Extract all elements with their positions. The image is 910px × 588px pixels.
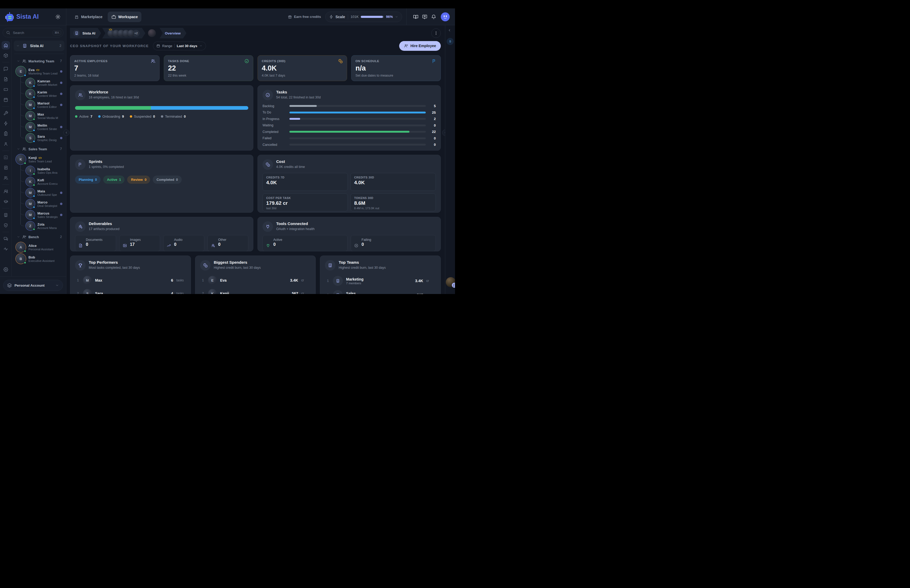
notifications-button[interactable] bbox=[429, 12, 438, 21]
avatar: M bbox=[83, 276, 92, 285]
rail-conversations-button[interactable] bbox=[2, 234, 10, 243]
hire-employee-button[interactable]: Hire Employee bbox=[399, 41, 441, 51]
rail-teams-button[interactable] bbox=[2, 174, 10, 182]
rail-chat-button[interactable] bbox=[2, 65, 10, 73]
sprint-pills: Planning0Active1Review0Completed0 bbox=[75, 176, 248, 184]
rail-automations-button[interactable] bbox=[2, 119, 10, 128]
main-content: Sista AI +2 Overview CEO SNAPSHOT OF YOU… bbox=[66, 25, 445, 294]
more-options-button[interactable] bbox=[431, 28, 441, 38]
deliverable-cell-images: Images17 bbox=[119, 235, 160, 251]
stat-sub: 4.0K last 7 days bbox=[262, 74, 343, 78]
right-rail: 9 bbox=[445, 25, 455, 294]
task-status-row: Completed22 bbox=[262, 130, 436, 134]
workforce-title: Workforce bbox=[89, 90, 139, 95]
stat-label: CREDITS (30D) bbox=[262, 60, 285, 63]
feedback-button[interactable] bbox=[420, 12, 429, 21]
right-rail-collapse-button[interactable] bbox=[448, 28, 451, 33]
briefcase-icon bbox=[112, 15, 116, 19]
user-avatar[interactable] bbox=[441, 12, 450, 21]
breadcrumb-org[interactable]: Sista AI bbox=[70, 28, 101, 39]
stat-card-tasks-done[interactable]: TASKS DONE 22 22 this week bbox=[164, 55, 253, 81]
activity-icon bbox=[3, 247, 8, 251]
theme-toggle-button[interactable] bbox=[53, 12, 62, 21]
leaderboard-row[interactable]: 1Marketing7 members3.4Kcr bbox=[325, 275, 436, 287]
team-header-marketing-team[interactable]: Marketing Team7 bbox=[14, 57, 65, 66]
team-header-bench[interactable]: Bench2 bbox=[14, 233, 65, 241]
wrench-icon bbox=[3, 111, 8, 116]
member-row-zola[interactable]: ZZolaAccount Mana bbox=[14, 220, 65, 231]
search-box[interactable]: ⌘K bbox=[3, 28, 63, 37]
plug-icon bbox=[262, 221, 273, 232]
stat-value: 4.0K bbox=[262, 65, 343, 73]
task-status-row: Cancelled0 bbox=[262, 143, 436, 147]
search-icon bbox=[6, 31, 10, 35]
rail-tools-button[interactable] bbox=[2, 109, 10, 117]
rail-activity-button[interactable] bbox=[2, 245, 10, 253]
building-icon bbox=[333, 290, 343, 294]
org-row-sista-ai[interactable]: Sista AI 2 bbox=[14, 40, 65, 51]
stat-label: TASKS DONE bbox=[168, 60, 189, 63]
leaderboard-row[interactable]: 1EEva3.4Kcr bbox=[200, 275, 311, 286]
member-row-bob[interactable]: BBobExecutive Assistant bbox=[14, 253, 65, 265]
rail-calendar-button[interactable] bbox=[2, 95, 10, 104]
app-logo[interactable]: Sista AI bbox=[5, 12, 39, 22]
breadcrumb-team-avatars[interactable]: +2 bbox=[102, 28, 145, 39]
sprint-pill-review: Review0 bbox=[127, 176, 150, 184]
member-row-sara[interactable]: SSaraGraphic Desig bbox=[14, 132, 65, 144]
leaderboard-row[interactable]: 2KKenji567cr bbox=[200, 288, 311, 294]
scale-control[interactable]: Scale 101K 96% bbox=[325, 11, 402, 22]
team-header-sales-team[interactable]: Sales Team7 bbox=[14, 144, 65, 153]
rail-training-button[interactable] bbox=[2, 197, 10, 206]
trophy-icon bbox=[75, 260, 86, 271]
personal-account-switcher[interactable]: Personal Account bbox=[3, 280, 63, 291]
top-navbar: Sista AI Marketplace Workspace Earn free… bbox=[0, 8, 455, 25]
scale-progress-fill bbox=[361, 16, 383, 18]
coins-icon bbox=[338, 59, 343, 63]
bag-icon bbox=[74, 15, 79, 19]
tab-workspace[interactable]: Workspace bbox=[108, 11, 141, 22]
rail-tasks-button[interactable] bbox=[2, 129, 10, 138]
earn-credits-button[interactable]: Earn free credits bbox=[288, 15, 321, 19]
org-tree: Sista AI 2 Marketing Team7EEvaMarketing … bbox=[11, 39, 66, 276]
assistant-avatar[interactable] bbox=[446, 277, 455, 287]
leaderboard-row[interactable]: 2SSara4tasks bbox=[75, 288, 186, 294]
docs-button[interactable] bbox=[411, 12, 420, 21]
stat-card-active-employees[interactable]: ACTIVE EMPLOYEES 7 2 teams, 16 total bbox=[70, 55, 160, 81]
leaderboard-row[interactable]: 1MMax6tasks bbox=[75, 275, 186, 286]
rail-documents-button[interactable] bbox=[2, 75, 10, 84]
avatar: M bbox=[26, 123, 35, 131]
rail-home-button[interactable] bbox=[2, 41, 10, 50]
status-indicator-dot bbox=[60, 82, 62, 84]
rail-organization-button[interactable] bbox=[2, 211, 10, 219]
breadcrumb: Sista AI +2 Overview bbox=[70, 27, 441, 39]
breadcrumb-employee-avatar[interactable] bbox=[148, 29, 156, 37]
rail-security-button[interactable] bbox=[2, 221, 10, 229]
date-range-selector[interactable]: Range Last 30 days bbox=[153, 42, 206, 50]
rail-packages-button[interactable] bbox=[2, 51, 10, 60]
stat-card-credits-30d[interactable]: CREDITS (30D) 4.0K 4.0K last 7 days bbox=[257, 55, 347, 81]
rail-people-button[interactable] bbox=[2, 187, 10, 195]
rail-profile-button[interactable] bbox=[2, 140, 10, 148]
status-indicator-dot bbox=[60, 93, 62, 95]
search-input[interactable] bbox=[12, 31, 50, 35]
tab-workspace-label: Workspace bbox=[118, 15, 138, 19]
leaderboard-row[interactable]: 2Sales7 members567cr bbox=[325, 289, 436, 294]
rail-logs-button[interactable] bbox=[2, 163, 10, 172]
leaderboard-subtitle: Highest credit burn, last 30 days bbox=[339, 266, 386, 270]
crown-icon bbox=[36, 68, 39, 72]
breadcrumb-page-overview[interactable]: Overview bbox=[160, 28, 186, 39]
stat-sub: 22 this week bbox=[168, 74, 249, 78]
stat-value: 22 bbox=[168, 65, 249, 73]
chevron-down-icon bbox=[395, 15, 398, 18]
chevron-down-icon bbox=[17, 147, 20, 150]
rail-analytics-button[interactable] bbox=[2, 153, 10, 162]
member-row-alice[interactable]: AAlicePersonal Assistant bbox=[14, 241, 65, 253]
team-members: AAlicePersonal AssistantBBobExecutive As… bbox=[14, 241, 65, 265]
tab-marketplace-label: Marketplace bbox=[81, 15, 102, 19]
stat-card-on-schedule[interactable]: ON SCHEDULE n/a Set due dates to measure bbox=[351, 55, 441, 81]
sidebar-collapse-button[interactable] bbox=[63, 129, 70, 136]
tab-marketplace[interactable]: Marketplace bbox=[71, 11, 106, 22]
panel-collapse-button[interactable] bbox=[442, 129, 445, 136]
rail-storage-button[interactable] bbox=[2, 85, 10, 94]
rail-settings-button[interactable] bbox=[2, 265, 10, 274]
